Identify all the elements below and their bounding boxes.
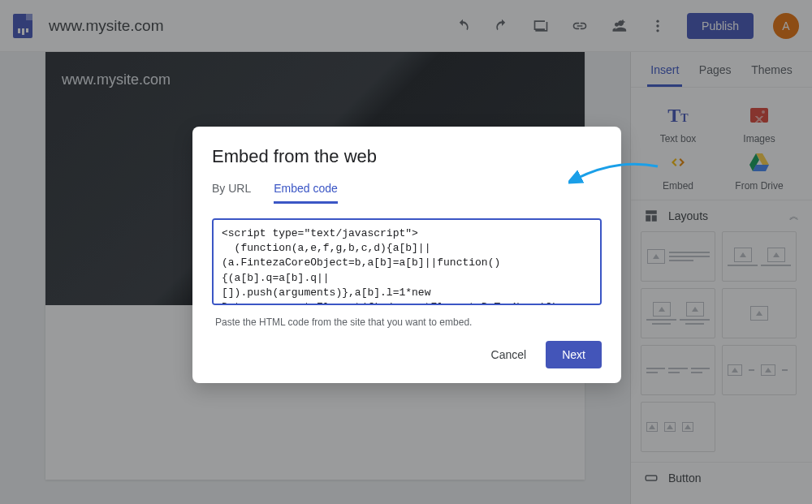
embed-code-input[interactable] [212,218,602,305]
cancel-button[interactable]: Cancel [478,341,540,368]
embed-dialog: Embed from the web By URL Embed code Pas… [192,127,621,383]
dialog-tabs: By URL Embed code [212,182,602,204]
dialog-title: Embed from the web [212,146,602,167]
next-button[interactable]: Next [546,341,602,368]
tab-by-url[interactable]: By URL [212,182,251,204]
dialog-hint: Paste the HTML code from the site that y… [215,317,598,328]
tab-embed-code[interactable]: Embed code [274,182,338,204]
